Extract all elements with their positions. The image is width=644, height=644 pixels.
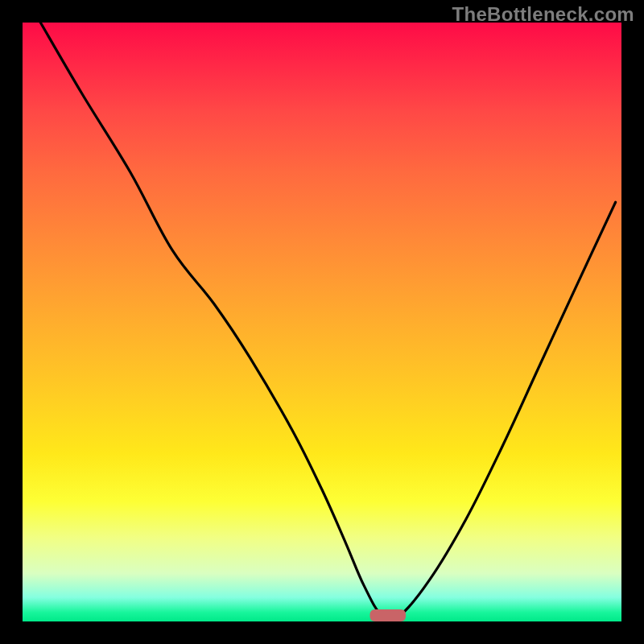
bottleneck-curve [40,23,615,620]
chart-svg [23,23,621,621]
plot-area [23,23,621,621]
chart-frame: TheBottleneck.com [0,0,644,644]
attribution-label: TheBottleneck.com [452,3,634,26]
optimal-marker [370,609,407,621]
